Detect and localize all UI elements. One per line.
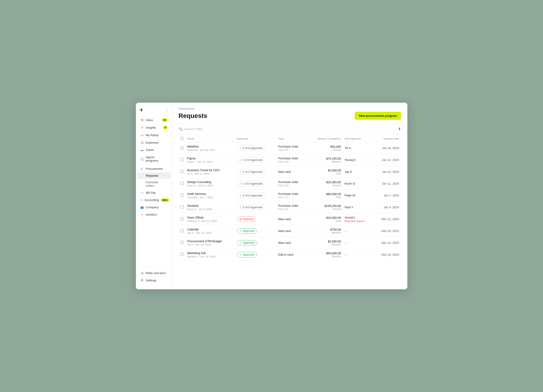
- cell-approvals: ✓0 of 6 Approvals: [235, 142, 277, 154]
- export-icon[interactable]: ⬇: [398, 127, 401, 131]
- row-checkbox-7[interactable]: [181, 229, 184, 232]
- sidebar-item-settings[interactable]: ⚙ Settings: [137, 277, 171, 284]
- sidebar-item-company-label: Company: [146, 205, 159, 209]
- sidebar-item-requests[interactable]: Requests: [137, 172, 171, 179]
- procurement-label: Procurement: [146, 167, 163, 170]
- row-checkbox-3[interactable]: [181, 182, 184, 185]
- cell-req-date: Dec 21, 2023: [373, 213, 401, 225]
- cell-name: FigmaAndy L · Jan 12, 2024: [186, 154, 235, 166]
- search-input-wrap[interactable]: 🔍 Search & filter: [179, 127, 203, 131]
- sidebar-item-insights-label: Insights: [146, 126, 156, 129]
- cell-approvals: ✓1 of 2 Approvals: [235, 166, 277, 178]
- row-checkbox-1[interactable]: [181, 158, 184, 161]
- cell-name: Procurement GTM BudgetTK K · Dec 20, 202…: [186, 237, 235, 249]
- collapse-button[interactable]: «: [167, 108, 168, 112]
- cell-name: ZendeskKevin C · Jan 4, 2024: [186, 201, 235, 213]
- cell-next-approver: Peter M: [343, 190, 373, 201]
- table-row: CalendlyJay S · Dec 20, 2023✓ApprovedNew…: [179, 225, 401, 237]
- sidebar-item-cards[interactable]: ▬ Cards: [137, 146, 171, 153]
- cell-req-date: Dec 20, 2023: [373, 237, 401, 249]
- cell-req-date: Jan 18, 2024: [373, 142, 401, 154]
- col-req-date: Request date: [373, 135, 401, 142]
- cell-req-date: Jan 12, 2024: [373, 154, 401, 166]
- cell-amount: $100,250.00Annual: [307, 201, 343, 213]
- cell-amount: $750.00Monthly: [307, 225, 343, 237]
- cell-next-approver: —: [343, 225, 373, 237]
- sidebar-item-accounting[interactable]: ▭ Accounting 999+: [137, 196, 171, 204]
- cell-approvals: ✓Approved: [235, 249, 277, 261]
- cell-type: New card: [277, 225, 307, 237]
- cell-next-approver: Arnold LRejected request: [343, 213, 373, 225]
- col-type: Type: [277, 135, 307, 142]
- row-checkbox-2[interactable]: [181, 170, 184, 173]
- cell-amount: $80,000.00Total: [307, 190, 343, 201]
- sidebar-item-company[interactable]: 👥 Company: [137, 204, 171, 211]
- accounting-icon: ▭: [140, 199, 143, 201]
- cell-name: Design ConsultingChris S · Jan 11, 2024: [186, 178, 235, 190]
- breadcrumb: Procurement: [179, 107, 401, 110]
- sidebar-item-inbox[interactable]: ✉ Inbox 44: [137, 116, 171, 124]
- cell-name: Marketing AdsSteven K · Dec 19, 2023: [186, 249, 235, 261]
- approval-check-icon: ✓: [239, 205, 242, 209]
- search-icon: 🔍: [179, 127, 182, 131]
- approval-check-icon: ✓: [239, 158, 242, 162]
- cell-approvals: ⊗Rejected: [235, 213, 277, 225]
- inbox-icon: ✉: [140, 118, 144, 122]
- cell-type: Purchase orderPO# 174: [277, 154, 307, 166]
- settings-icon: ⚙: [140, 278, 144, 282]
- procurement-group: 🛒 Procurement Requests Purchase orders: [136, 165, 172, 189]
- sidebar-item-expenses-label: Expenses: [146, 141, 159, 144]
- cell-req-date: Dec 20, 2023: [373, 225, 401, 237]
- row-checkbox-5[interactable]: [181, 205, 184, 209]
- main-content: Procurement Requests New procurement pro…: [172, 103, 407, 289]
- row-checkbox-8[interactable]: [181, 241, 184, 244]
- cell-name: Team OffsiteAnthony T · Dec 21, 2023: [186, 213, 235, 225]
- sidebar-item-expenses[interactable]: ◎ Expenses: [137, 139, 171, 146]
- cell-type: Edit to card: [277, 249, 307, 261]
- row-checkbox-9[interactable]: [181, 253, 184, 256]
- cell-next-approver: TK K: [343, 142, 373, 154]
- sidebar-item-procurement[interactable]: 🛒 Procurement: [137, 165, 171, 172]
- table-row: FigmaAndy L · Jan 12, 2024✓1 of 6 Approv…: [179, 154, 401, 166]
- sidebar-item-refer[interactable]: ◎ Refer and Earn: [137, 269, 171, 277]
- cell-type: Purchase orderPO# 171: [277, 201, 307, 213]
- cell-next-approver: —: [343, 237, 373, 249]
- refer-icon: ◎: [140, 271, 144, 275]
- sidebar-item-purchase-orders[interactable]: Purchase orders: [137, 179, 171, 189]
- cell-amount: $3,500.00Total: [307, 166, 343, 178]
- cell-type: Purchase orderPO# 175: [277, 142, 307, 154]
- select-all-checkbox[interactable]: [181, 137, 183, 140]
- cell-amount: $75,250.00Monthly: [307, 154, 343, 166]
- cell-approvals: ✓Approved: [235, 225, 277, 237]
- rejected-icon: ⊗: [239, 218, 242, 221]
- sidebar-item-my-ramp[interactable]: ▭ My Ramp: [137, 131, 171, 139]
- table-row: ZendeskKevin C · Jan 4, 2024✓5 of 6 Appr…: [179, 201, 401, 213]
- col-name: Name: [186, 135, 235, 142]
- sidebar-footer: ◎ Refer and Earn ⚙ Settings: [136, 267, 172, 286]
- row-checkbox-6[interactable]: [181, 217, 184, 220]
- sidebar-item-vendors[interactable]: ▭ Vendors: [137, 211, 171, 218]
- company-icon: 👥: [140, 206, 144, 209]
- sidebar-item-insights[interactable]: ⚡ Insights 8: [137, 124, 171, 131]
- accounting-badge: 999+: [161, 199, 169, 202]
- sidebar-item-bill-pay[interactable]: ▭ Bill Pay: [137, 189, 171, 196]
- table-row: WebflowGalina M · Jan 18, 2024✓0 of 6 Ap…: [179, 142, 401, 154]
- row-checkbox-4[interactable]: [181, 193, 184, 197]
- sidebar-item-spend-programs-label: Spend programs: [146, 155, 167, 162]
- approval-check-icon: ✓: [239, 194, 242, 197]
- approved-icon: ✓: [239, 253, 242, 256]
- cell-req-date: Jan 4, 2024: [373, 201, 401, 213]
- new-procurement-button[interactable]: New procurement program: [355, 112, 401, 120]
- table-row: Audit ServicesYousef A · Jan 7, 2024✓4 o…: [179, 190, 401, 201]
- cell-type: New card: [277, 213, 307, 225]
- spend-programs-icon: ◫: [140, 157, 144, 161]
- expenses-icon: ◎: [140, 141, 144, 144]
- sidebar-item-spend-programs[interactable]: ◫ Spend programs: [137, 154, 171, 164]
- cell-approvals: ✓5 of 6 Approvals: [235, 201, 277, 213]
- status-badge-approved: ✓Approved: [237, 252, 257, 257]
- row-checkbox-0[interactable]: [181, 146, 184, 149]
- settings-label: Settings: [146, 279, 157, 282]
- sidebar: ✈ « ✉ Inbox 44 ⚡ Insights 8 ▭ My Ramp ◎ …: [136, 103, 172, 289]
- sidebar-item-cards-label: Cards: [146, 148, 154, 152]
- cell-next-approver: Kevin G: [343, 178, 373, 190]
